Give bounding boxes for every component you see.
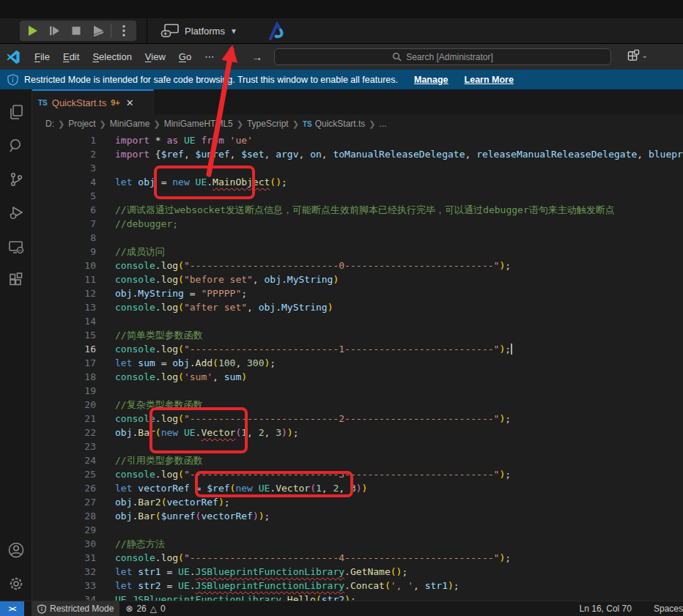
- debug-icon: [7, 204, 25, 222]
- tab-quickstart[interactable]: TS QuickStart.ts 9+ ✕: [32, 89, 154, 114]
- code-line[interactable]: 18console.log('sum', sum): [32, 370, 683, 384]
- code-line[interactable]: 15//简单类型参数函数: [32, 328, 683, 342]
- line-col-status[interactable]: Ln 16, Col 70: [574, 601, 638, 616]
- code-line[interactable]: 29: [32, 523, 683, 537]
- line-number: 16: [32, 342, 96, 356]
- play-button[interactable]: [21, 21, 43, 41]
- learn-more-link[interactable]: Learn More: [465, 75, 514, 85]
- code-line[interactable]: 7//debugger;: [32, 217, 683, 231]
- settings-button[interactable]: [0, 567, 32, 601]
- sidebar-item-extensions[interactable]: [0, 264, 32, 297]
- code-line[interactable]: 16console.log("-------------------------…: [32, 342, 683, 356]
- breadcrumb-item[interactable]: D:: [45, 119, 54, 129]
- breadcrumb-item[interactable]: TypeScript: [247, 119, 289, 129]
- breadcrumb-separator: ❯: [100, 119, 106, 129]
- code-line[interactable]: 4let obj = new UE.MainObject();: [32, 175, 683, 189]
- indentation-status[interactable]: Spaces: [648, 601, 683, 616]
- frame-skip-button[interactable]: [43, 21, 65, 41]
- code-line[interactable]: 1import * as UE from 'ue': [32, 133, 683, 147]
- problems-status[interactable]: ⊗ 26 △ 0: [119, 601, 171, 616]
- stop-button[interactable]: [65, 21, 87, 41]
- code-line[interactable]: 5: [32, 189, 683, 203]
- code-line[interactable]: 14: [32, 314, 683, 328]
- code-line[interactable]: 28obj.Bar($unref(vectorRef));: [32, 509, 683, 523]
- breadcrumb-item[interactable]: MiniGame: [110, 119, 150, 129]
- breadcrumb-item[interactable]: MiniGameHTML5: [164, 119, 233, 129]
- menu-item-selection[interactable]: Selection: [86, 48, 138, 66]
- sidebar-item-search[interactable]: [0, 129, 32, 163]
- manage-link[interactable]: Manage: [414, 75, 448, 85]
- code-line[interactable]: 22obj.Bar(new UE.Vector(1, 2, 3));: [32, 426, 683, 439]
- toolbar-separator: [111, 23, 111, 38]
- menu-item-[interactable]: ⋯: [198, 48, 221, 66]
- sidebar-item-explorer[interactable]: [0, 95, 32, 129]
- shield-info-icon: [7, 74, 18, 86]
- tab-problems-badge: 9+: [111, 98, 120, 107]
- code-line[interactable]: 11console.log("before set", obj.MyString…: [32, 272, 683, 286]
- line-number: 17: [32, 356, 96, 370]
- breadcrumb-item[interactable]: TSQuickStart.ts: [303, 119, 365, 129]
- code-line[interactable]: 17let sum = obj.Add(100, 300);: [32, 356, 683, 370]
- code-line[interactable]: 19: [32, 384, 683, 398]
- eject-button[interactable]: [87, 21, 109, 41]
- restricted-mode-status[interactable]: Restricted Mode: [32, 601, 119, 616]
- search-placeholder: Search [Administrator]: [406, 52, 493, 62]
- line-content: let vectorRef = $ref(new UE.Vector(1, 2,…: [96, 481, 367, 495]
- shield-icon: [37, 604, 46, 614]
- line-content: console.log("--------------------------0…: [96, 259, 511, 272]
- code-line[interactable]: 33let str2 = UE.JSBlueprintFunctionLibra…: [32, 579, 683, 593]
- remote-indicator[interactable]: ><: [0, 601, 24, 616]
- code-line[interactable]: 24//引用类型参数函数: [32, 453, 683, 467]
- code-line[interactable]: 23: [32, 439, 683, 453]
- menu-item-go[interactable]: Go: [172, 48, 198, 66]
- breadcrumb-item[interactable]: ...: [380, 119, 387, 129]
- code-line[interactable]: 8: [32, 231, 683, 245]
- puerts-app-icon[interactable]: [267, 21, 286, 41]
- platforms-dropdown[interactable]: Platforms ▼: [160, 23, 237, 38]
- line-number: 9: [32, 245, 96, 259]
- play-options-button[interactable]: [113, 21, 135, 41]
- code-line[interactable]: 32let str1 = UE.JSBlueprintFunctionLibra…: [32, 565, 683, 579]
- code-line[interactable]: 30//静态方法: [32, 537, 683, 551]
- code-line[interactable]: 2import {$ref, $unref, $set, argv, on, t…: [32, 147, 683, 161]
- code-line[interactable]: 3: [32, 161, 683, 175]
- code-line[interactable]: 6//调试器通过websocket发送断点信息，可能断点生效前脚本已经执行完毕，…: [32, 203, 683, 217]
- line-number: 12: [32, 286, 96, 300]
- layout-toggle-button[interactable]: ⌄: [627, 49, 648, 62]
- code-line[interactable]: 26let vectorRef = $ref(new UE.Vector(1, …: [32, 481, 683, 495]
- menu-item-view[interactable]: View: [139, 48, 172, 66]
- code-line[interactable]: 12obj.MyString = "PPPPP";: [32, 286, 683, 300]
- vscode-titlebar: FileEditSelectionViewGo⋯ ← → Search [Adm…: [0, 44, 683, 70]
- sidebar-item-run-debug[interactable]: [0, 196, 32, 230]
- code-line[interactable]: 34UE.JSBlueprintFunctionLibrary.Hello(st…: [32, 593, 683, 601]
- sidebar-item-remote-explorer[interactable]: ><: [0, 230, 32, 264]
- code-line[interactable]: 21console.log("-------------------------…: [32, 412, 683, 426]
- code-line[interactable]: 13console.log("after set", obj.MyString): [32, 300, 683, 314]
- menu-bar-items: FileEditSelectionViewGo⋯: [28, 48, 221, 66]
- account-button[interactable]: [0, 533, 32, 567]
- menu-item-edit[interactable]: Edit: [56, 48, 86, 66]
- menu-item-file[interactable]: File: [28, 48, 56, 66]
- line-number: 23: [32, 439, 96, 453]
- code-editor[interactable]: 1import * as UE from 'ue'2import {$ref, …: [32, 133, 683, 601]
- ue-window-titlebar: [0, 0, 683, 18]
- text-cursor: [511, 344, 512, 355]
- line-content: import * as UE from 'ue': [96, 133, 253, 147]
- code-line[interactable]: 10console.log("-------------------------…: [32, 259, 683, 272]
- forward-arrow-button[interactable]: →: [245, 51, 269, 63]
- line-number: 4: [32, 175, 96, 189]
- line-number: 18: [32, 370, 96, 384]
- search-input[interactable]: Search [Administrator]: [274, 48, 611, 65]
- account-icon: [7, 541, 25, 559]
- breadcrumb-item[interactable]: Project: [68, 119, 95, 129]
- close-icon[interactable]: ✕: [126, 97, 134, 108]
- code-line[interactable]: 27obj.Bar2(vectorRef);: [32, 495, 683, 509]
- toolbar-divider: [147, 18, 147, 44]
- code-line[interactable]: 9//成员访问: [32, 245, 683, 259]
- sidebar-item-source-control[interactable]: [0, 163, 32, 196]
- code-line[interactable]: 25console.log("-------------------------…: [32, 467, 683, 481]
- code-line[interactable]: 20//复杂类型参数函数: [32, 398, 683, 412]
- line-number: 10: [32, 259, 96, 272]
- code-line[interactable]: 31console.log("-------------------------…: [32, 551, 683, 565]
- back-arrow-button[interactable]: ←: [221, 51, 245, 63]
